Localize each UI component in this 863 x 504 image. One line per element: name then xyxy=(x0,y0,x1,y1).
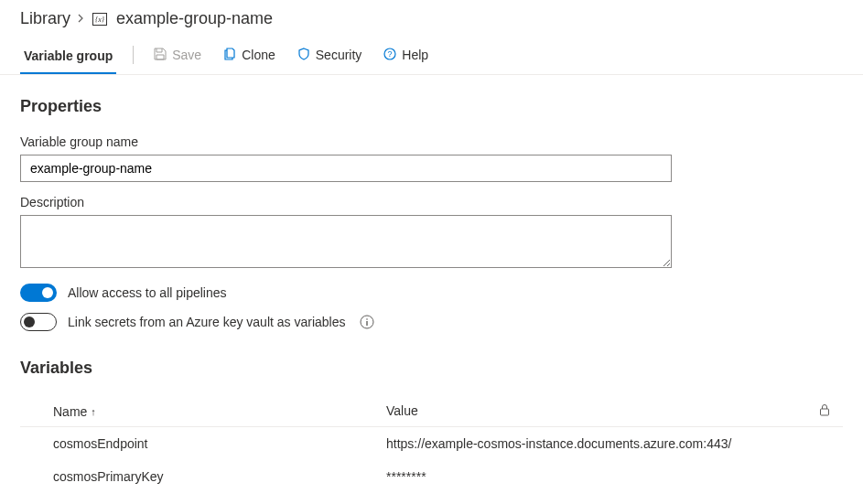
key-vault-toggle[interactable] xyxy=(20,313,57,331)
column-header-lock xyxy=(806,403,843,419)
clone-button[interactable]: Clone xyxy=(212,44,286,72)
column-header-name[interactable]: Name ↑ xyxy=(20,403,386,419)
table-row[interactable]: cosmosPrimaryKey ******** xyxy=(20,460,843,493)
security-button[interactable]: Security xyxy=(286,44,373,72)
save-icon xyxy=(154,48,167,63)
sort-ascending-icon: ↑ xyxy=(91,406,96,417)
breadcrumb-root[interactable]: Library xyxy=(20,9,70,28)
description-input[interactable] xyxy=(20,215,672,268)
info-icon[interactable] xyxy=(360,315,374,329)
tab-variable-group[interactable]: Variable group xyxy=(20,41,116,74)
access-pipelines-toggle[interactable] xyxy=(20,284,57,302)
name-input[interactable] xyxy=(20,155,672,182)
access-pipelines-label: Allow access to all pipelines xyxy=(68,285,227,300)
svg-text:?: ? xyxy=(388,49,393,59)
toolbar: Variable group Save Clone Security ? Hel… xyxy=(0,32,863,75)
breadcrumb-current: example-group-name xyxy=(116,9,273,28)
help-button[interactable]: ? Help xyxy=(372,44,439,72)
variable-group-icon: {x} xyxy=(92,13,107,26)
properties-heading: Properties xyxy=(20,97,843,116)
toolbar-divider xyxy=(133,46,134,64)
variable-value: https://example-cosmos-instance.document… xyxy=(386,436,806,451)
description-label: Description xyxy=(20,195,843,209)
name-label: Variable group name xyxy=(20,134,843,149)
variable-value: ******** xyxy=(386,469,806,484)
svg-point-5 xyxy=(367,318,369,320)
variable-name: cosmosEndpoint xyxy=(20,436,386,451)
svg-rect-7 xyxy=(821,409,829,415)
variables-heading: Variables xyxy=(20,359,843,378)
column-header-value[interactable]: Value xyxy=(386,403,806,419)
clone-icon xyxy=(223,48,236,63)
breadcrumb: Library {x} example-group-name xyxy=(0,0,863,32)
key-vault-label: Link secrets from an Azure key vault as … xyxy=(68,315,345,329)
svg-rect-6 xyxy=(367,321,368,326)
variable-name: cosmosPrimaryKey xyxy=(20,469,386,484)
save-button: Save xyxy=(143,44,212,72)
lock-icon xyxy=(819,404,830,419)
svg-text:{x}: {x} xyxy=(95,16,105,24)
table-row[interactable]: cosmosEndpoint https://example-cosmos-in… xyxy=(20,427,843,460)
help-icon: ? xyxy=(383,48,396,63)
chevron-right-icon xyxy=(78,13,85,26)
shield-icon xyxy=(297,48,310,63)
